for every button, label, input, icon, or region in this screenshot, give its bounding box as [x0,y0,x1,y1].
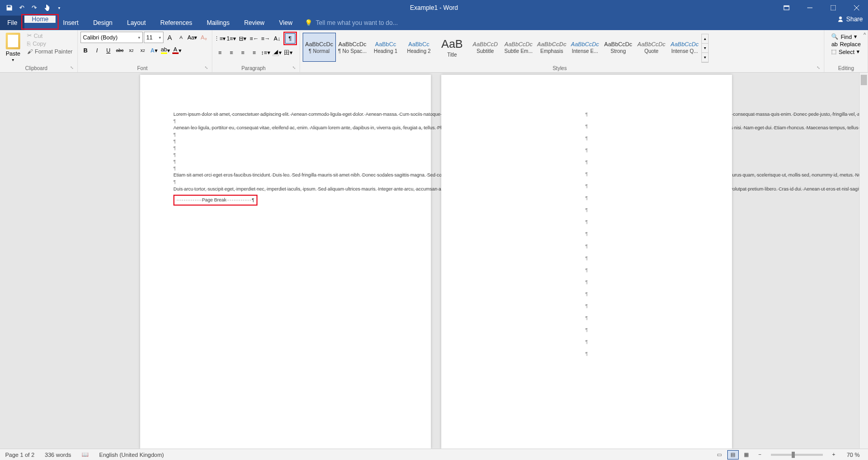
tab-references[interactable]: References [153,16,199,30]
empty-para[interactable]: ¶ [586,315,588,321]
page-1[interactable]: Lorem·ipsum·dolor·sit·amet,·consectetuer… [140,75,431,449]
italic-button[interactable]: I [92,45,102,56]
touch-mode-icon[interactable] [42,3,52,13]
bullets-button[interactable]: ⋮≡▾ [215,33,225,44]
tab-view[interactable]: View [272,16,300,30]
collapse-ribbon-button[interactable]: ^ [863,32,866,38]
text-effects-button[interactable]: A▾ [149,45,159,56]
status-words[interactable]: 336 words [39,452,76,458]
empty-para[interactable]: ¶ [586,123,588,130]
empty-para[interactable]: ¶ [173,152,398,158]
multilevel-button[interactable]: ⊟▾ [238,33,248,44]
empty-para[interactable]: ¶ [586,291,588,297]
style-title[interactable]: AaBTitle [436,33,469,62]
style-subtle-em---[interactable]: AaBbCcDcSubtle Em... [502,33,535,62]
ribbon-display-icon[interactable] [775,0,798,16]
minimize-icon[interactable] [798,0,821,16]
superscript-button[interactable]: x2 [138,45,148,56]
style-heading-2[interactable]: AaBbCcHeading 2 [402,33,436,62]
close-icon[interactable] [845,0,868,16]
paste-button[interactable]: Paste ▾ [3,32,23,64]
numbering-button[interactable]: 1≡▾ [226,33,237,44]
tab-review[interactable]: Review [237,16,272,30]
grow-font-button[interactable]: A [165,32,175,43]
paragraph-4[interactable]: Duis·arcu·tortor,·suscipit·eget,·imperdi… [173,186,398,193]
vertical-scrollbar[interactable] [859,73,868,449]
tab-layout[interactable]: Layout [120,16,153,30]
empty-para[interactable]: ¶ [586,339,588,345]
page-2[interactable]: ¶ ¶ ¶ ¶ ¶ ¶ ¶ ¶ ¶ ¶ ¶ ¶ ¶ ¶ ¶ ¶ ¶ ¶ ¶ ¶ … [441,75,732,449]
scrollbar-thumb[interactable] [861,75,867,85]
sort-button[interactable]: A↓ [272,33,282,44]
paragraph-dialog-launcher[interactable]: ⤡ [292,65,297,70]
empty-para[interactable]: ¶ [173,138,398,145]
empty-para[interactable]: ¶ [586,195,588,201]
empty-para[interactable]: ¶ [586,159,588,166]
replace-button[interactable]: abReplace [830,40,862,48]
customize-qa-icon[interactable]: ▾ [54,3,64,13]
change-case-button[interactable]: Aa▾ [187,32,198,43]
tab-home[interactable]: Home [24,16,56,23]
tell-me-search[interactable]: 💡 Tell me what you want to do... [305,16,398,30]
read-mode-button[interactable]: ▭ [714,450,725,459]
save-icon[interactable] [4,3,15,13]
empty-para[interactable]: ¶ [586,279,588,286]
style---normal[interactable]: AaBbCcDc¶ Normal [303,33,336,62]
format-painter-button[interactable]: 🖌Format Painter [25,48,75,55]
empty-para[interactable]: ¶ [586,231,588,237]
tab-file[interactable]: File [0,16,24,30]
empty-para[interactable]: ¶ [173,158,398,165]
empty-para[interactable]: ¶ [586,171,588,178]
empty-para[interactable]: ¶ [586,350,588,357]
redo-icon[interactable]: ↷ [29,3,39,13]
clear-format-button[interactable]: Aᵩ [199,32,209,43]
empty-para[interactable]: ¶ [586,135,588,142]
styles-scroll[interactable]: ▴▾▾ [701,34,709,63]
show-hide-pilcrow-button[interactable]: ¶ [285,33,295,44]
style-intense-e---[interactable]: AaBbCcDcIntense E... [568,33,602,62]
status-proof-icon[interactable]: 📖 [76,451,94,458]
font-dialog-launcher[interactable]: ⤡ [205,65,209,70]
empty-para[interactable]: ¶ [586,243,588,250]
increase-indent-button[interactable]: ≡→ [261,33,271,44]
subscript-button[interactable]: x2 [126,45,137,56]
clipboard-dialog-launcher[interactable]: ⤡ [70,65,75,70]
empty-para[interactable]: ¶ [586,327,588,333]
shrink-font-button[interactable]: A [176,32,186,43]
maximize-icon[interactable] [821,0,845,16]
empty-para[interactable]: ¶ [586,219,588,225]
zoom-slider[interactable] [771,454,823,456]
print-layout-button[interactable]: ▤ [727,450,739,459]
justify-button[interactable]: ≡ [249,47,260,58]
empty-para[interactable]: ¶ [586,255,588,262]
zoom-level[interactable]: 70 % [842,452,865,458]
font-color-button[interactable]: A▾ [172,45,182,56]
line-spacing-button[interactable]: ↕≡▾ [261,47,271,58]
web-layout-button[interactable]: ▦ [741,450,752,459]
document-canvas[interactable]: Lorem·ipsum·dolor·sit·amet,·consectetuer… [0,73,868,449]
tab-insert[interactable]: Insert [56,16,86,30]
empty-para[interactable]: ¶ [173,131,398,138]
style-quote[interactable]: AaBbCcDcQuote [635,33,668,62]
bold-button[interactable]: B [80,45,91,56]
cut-button[interactable]: ✂Cut [25,32,75,39]
align-center-button[interactable]: ≡ [226,47,237,58]
shading-button[interactable]: ◢▾ [272,47,282,58]
empty-para[interactable]: ¶ [586,267,588,274]
empty-para[interactable]: ¶ [586,207,588,213]
strikethrough-button[interactable]: abc [115,45,125,56]
underline-button[interactable]: U [103,45,114,56]
tab-design[interactable]: Design [86,16,119,30]
zoom-in-button[interactable]: + [828,450,839,459]
empty-para[interactable]: ¶ [586,111,588,118]
empty-para[interactable]: ¶ [173,179,398,185]
copy-button[interactable]: ⎘Copy [25,40,75,47]
tab-mailings[interactable]: Mailings [199,16,237,30]
highlight-button[interactable]: ab▾ [160,45,171,56]
style-heading-1[interactable]: AaBbCcHeading 1 [369,33,402,62]
borders-button[interactable]: 田▾ [283,47,294,58]
paragraph-2[interactable]: Aenean·leo·ligula,·porttitor·eu,·consequ… [173,125,398,131]
styles-dialog-launcher[interactable]: ⤡ [817,65,821,70]
find-button[interactable]: 🔍Find ▾ [830,33,862,40]
style---no-spac---[interactable]: AaBbCcDc¶ No Spac... [336,33,369,62]
